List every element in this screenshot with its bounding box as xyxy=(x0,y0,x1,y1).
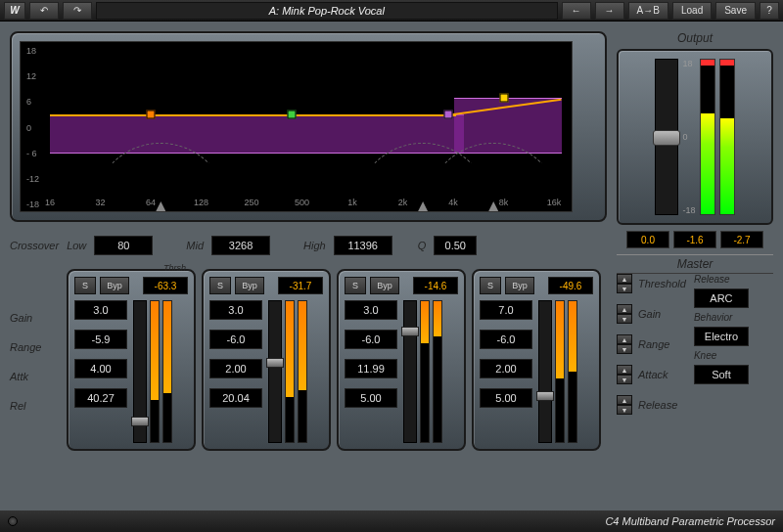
band-3-bypass-button[interactable]: Byp xyxy=(370,277,399,294)
output-meter-left xyxy=(700,59,715,215)
band-2-threshold-slider[interactable] xyxy=(268,300,282,443)
band-1-gain-value[interactable]: 3.0 xyxy=(74,300,127,320)
output-readout-2[interactable]: -2.7 xyxy=(720,231,763,248)
band-1-solo-button[interactable]: S xyxy=(74,277,96,294)
band-4-gain-value[interactable]: 7.0 xyxy=(480,300,532,320)
band-2-slider-thumb[interactable] xyxy=(266,358,284,368)
band-node-3[interactable] xyxy=(443,111,452,119)
output-readout-1[interactable]: -1.6 xyxy=(673,231,716,248)
band-1-slider-thumb[interactable] xyxy=(131,417,149,426)
knee-label: Knee xyxy=(694,350,749,361)
band-2-solo-button[interactable]: S xyxy=(209,277,231,294)
preset-name[interactable]: A: Mink Pop-Rock Vocal xyxy=(96,2,558,20)
band-1-threshold-value[interactable]: -63.3 xyxy=(143,277,188,294)
band-3-solo-button[interactable]: S xyxy=(345,277,366,294)
master-threshold-up[interactable]: ▲ xyxy=(617,274,632,284)
band-1-attack-value[interactable]: 4.00 xyxy=(74,359,127,378)
band-3-gr-meter-b xyxy=(433,300,442,443)
output-readout-0[interactable]: 0.0 xyxy=(626,231,669,248)
band-4-release-value[interactable]: 5.00 xyxy=(480,388,532,408)
band-3-threshold-slider[interactable] xyxy=(403,300,417,443)
release-mode-value[interactable]: ARC xyxy=(694,288,749,308)
master-range-up[interactable]: ▲ xyxy=(617,334,632,344)
master-threshold-label: Threshold xyxy=(638,278,686,289)
band-1-release-value[interactable]: 40.27 xyxy=(74,388,127,408)
band-3-slider-thumb[interactable] xyxy=(401,327,419,336)
high-label: High xyxy=(303,240,326,251)
output-slider[interactable] xyxy=(655,59,678,215)
behavior-label: Behavior xyxy=(694,312,749,323)
band-4-bypass-button[interactable]: Byp xyxy=(505,277,534,294)
gain-label: Gain xyxy=(10,312,61,324)
load-button[interactable]: Load xyxy=(672,2,712,20)
knee-value[interactable]: Soft xyxy=(694,365,749,384)
band-2-release-value[interactable]: 20.04 xyxy=(209,388,262,408)
band-2-threshold-value[interactable]: -31.7 xyxy=(278,277,323,294)
band-4-range-value[interactable]: -6.0 xyxy=(480,330,532,349)
master-threshold-down[interactable]: ▼ xyxy=(617,284,632,293)
save-button[interactable]: Save xyxy=(715,2,756,20)
master-range-label: Range xyxy=(638,338,686,350)
band-3-release-value[interactable]: 5.00 xyxy=(345,388,397,408)
redo-button[interactable]: ↷ xyxy=(63,2,92,20)
prev-preset-button[interactable]: ← xyxy=(562,2,591,20)
master-range-down[interactable]: ▼ xyxy=(617,344,632,354)
gain-curve xyxy=(50,114,456,116)
band-2-attack-value[interactable]: 2.00 xyxy=(209,359,262,378)
output-scale: 180-18 xyxy=(682,59,695,215)
graph-y-tick: 18 xyxy=(26,46,36,56)
low-label: Low xyxy=(67,240,86,251)
band-1-bypass-button[interactable]: Byp xyxy=(100,277,129,294)
band-1-range-value[interactable]: -5.9 xyxy=(74,330,127,349)
band-1-threshold-slider[interactable] xyxy=(133,300,147,443)
graph-y-tick: 12 xyxy=(26,71,36,81)
band-node-4[interactable] xyxy=(499,93,508,102)
band-2-range-value[interactable]: -6.0 xyxy=(209,330,262,349)
output-slider-thumb[interactable] xyxy=(653,130,680,146)
band-1-gr-meter-b xyxy=(162,300,172,443)
band-3-gain-value[interactable]: 3.0 xyxy=(345,300,397,320)
behavior-value[interactable]: Electro xyxy=(694,327,749,346)
band-3-range-value[interactable]: -6.0 xyxy=(345,330,397,349)
band-4-threshold-value[interactable]: -49.6 xyxy=(548,277,593,294)
band-2-bypass-button[interactable]: Byp xyxy=(235,277,264,294)
output-meter-right xyxy=(719,59,735,215)
next-preset-button[interactable]: → xyxy=(595,2,624,20)
master-release-up[interactable]: ▲ xyxy=(617,395,632,405)
band-4-slider-thumb[interactable] xyxy=(536,391,554,401)
undo-button[interactable]: ↶ xyxy=(29,2,59,20)
band-4-gr-meter-b xyxy=(568,300,577,443)
output-label: Output xyxy=(617,31,773,45)
crossover-label: Crossover xyxy=(10,240,59,251)
band-3-attack-value[interactable]: 11.99 xyxy=(345,359,397,378)
master-release-label: Release xyxy=(638,399,686,411)
band-3-threshold-value[interactable]: -14.6 xyxy=(413,277,458,294)
band-3: S Byp -14.6 3.0 -6.0 11.99 5.00 xyxy=(337,269,466,451)
band-4-attack-value[interactable]: 2.00 xyxy=(480,359,532,378)
plugin-title: C4 Multiband Parametric Processor xyxy=(605,515,775,527)
output-scale-tick: 18 xyxy=(682,59,695,68)
help-button[interactable]: ? xyxy=(760,2,779,20)
band-node-1[interactable] xyxy=(147,111,156,119)
band-4: S Byp -49.6 7.0 -6.0 2.00 5.00 xyxy=(472,269,601,451)
band-2-gr-meter-b xyxy=(298,300,307,443)
band-1: S Byp Thrsh -63.3 3.0 -5.9 4.00 40.27 xyxy=(67,269,196,451)
master-gain-up[interactable]: ▲ xyxy=(617,304,632,314)
band-2-gain-value[interactable]: 3.0 xyxy=(209,300,262,320)
waves-logo[interactable]: W xyxy=(4,2,25,20)
band-4-solo-button[interactable]: S xyxy=(480,277,501,294)
band-4-threshold-slider[interactable] xyxy=(538,300,552,443)
graph-x-tick: 16 xyxy=(45,198,55,207)
master-gain-down[interactable]: ▼ xyxy=(617,314,632,324)
master-release-down[interactable]: ▼ xyxy=(617,405,632,415)
thrsh-label: Thrsh xyxy=(163,263,186,273)
master-attack-down[interactable]: ▼ xyxy=(617,375,632,384)
band-node-2[interactable] xyxy=(288,111,297,119)
attk-label: Attk xyxy=(10,371,61,382)
master-label: Master xyxy=(617,254,773,274)
output-scale-tick: -18 xyxy=(682,205,695,215)
ab-compare-button[interactable]: A→B xyxy=(628,2,668,20)
eq-graph[interactable]: 181260- 6-12-181632641282505001k2k4k8k16… xyxy=(20,41,573,212)
graph-panel: 181260- 6-12-181632641282505001k2k4k8k16… xyxy=(10,31,607,222)
master-attack-up[interactable]: ▲ xyxy=(617,365,632,375)
